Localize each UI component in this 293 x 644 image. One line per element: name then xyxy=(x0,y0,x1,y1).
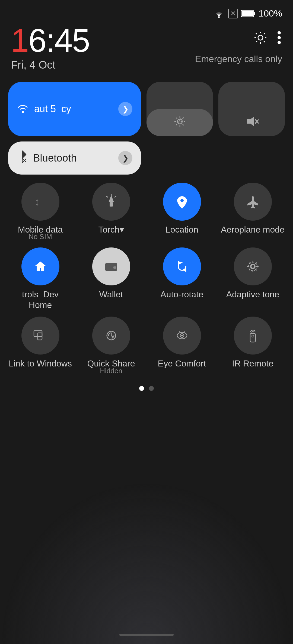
eye-comfort-icon-circle xyxy=(163,317,201,355)
svg-line-38 xyxy=(179,331,180,332)
page-indicators xyxy=(8,386,285,391)
tiles-grid: ↕ Mobile data No SIM Torch▾ xyxy=(8,183,285,375)
svg-point-41 xyxy=(252,335,254,337)
quick-share-tile[interactable]: Quick Share Hidden xyxy=(79,317,143,375)
eye-comfort-tile[interactable]: Eye Comfort xyxy=(150,317,214,375)
volume-mute-icon xyxy=(245,115,259,131)
page-dot-2 xyxy=(149,386,154,391)
adaptive-tone-tile[interactable]: Adaptive tone xyxy=(221,247,285,310)
mobile-data-tile[interactable]: ↕ Mobile data No SIM xyxy=(8,183,72,241)
settings-button[interactable] xyxy=(252,30,269,49)
wifi-expand-arrow[interactable]: ❯ xyxy=(118,102,132,116)
svg-marker-26 xyxy=(183,269,186,271)
svg-rect-2 xyxy=(242,11,253,16)
wallet-tile[interactable]: Wallet xyxy=(79,247,143,310)
auto-rotate-tile[interactable]: Auto-rotate xyxy=(150,247,214,310)
svg-marker-15 xyxy=(109,195,114,202)
torch-icon-circle xyxy=(92,183,130,221)
svg-line-17 xyxy=(114,196,116,197)
time-remaining: 6:45 xyxy=(28,22,90,59)
location-icon-circle xyxy=(163,183,201,221)
adaptive-tone-label: Adaptive tone xyxy=(226,289,279,300)
aeroplane-label: Aeroplane mode xyxy=(221,224,285,235)
link-windows-icon-circle xyxy=(21,317,59,355)
hour-digit-1: 1 xyxy=(11,22,28,59)
wifi-network-label: aut 5 cy xyxy=(34,103,113,115)
bluetooth-row: Bluetooth ❯ xyxy=(8,141,285,175)
mobile-data-icon-circle: ↕ xyxy=(21,183,59,221)
svg-point-36 xyxy=(181,335,183,336)
wallet-label: Wallet xyxy=(99,289,123,300)
svg-point-8 xyxy=(22,111,24,113)
brightness-slider[interactable]: A xyxy=(146,82,213,136)
svg-rect-22 xyxy=(105,264,117,266)
bluetooth-expand-arrow[interactable]: ❯ xyxy=(118,151,132,165)
aeroplane-mode-tile[interactable]: Aeroplane mode xyxy=(221,183,285,241)
quick-settings-panel: aut 5 cy ❯ A xyxy=(0,79,293,394)
wallet-icon-circle xyxy=(92,247,130,285)
home-icon-circle xyxy=(21,247,59,285)
volume-slider[interactable] xyxy=(218,82,285,136)
no-sim-icon: ✕ xyxy=(228,9,238,18)
bluetooth-tile[interactable]: Bluetooth ❯ xyxy=(8,141,141,175)
torch-label: Torch▾ xyxy=(98,224,124,235)
status-icons: ✕ 100% xyxy=(213,8,282,19)
emergency-text: Emergency calls only xyxy=(195,54,282,64)
battery-percentage: 100% xyxy=(259,8,282,19)
more-options-button[interactable] xyxy=(276,30,282,49)
svg-rect-3 xyxy=(254,12,255,15)
top-quick-row: aut 5 cy ❯ A xyxy=(8,82,285,136)
location-label: Location xyxy=(165,224,198,235)
clock-display: 16:45 xyxy=(11,24,90,57)
battery-icon xyxy=(241,10,255,17)
bluetooth-label: Bluetooth xyxy=(33,152,113,164)
time-left: 16:45 Fri, 4 Oct xyxy=(11,24,90,71)
svg-point-0 xyxy=(218,16,220,18)
svg-point-20 xyxy=(180,199,184,202)
page-dot-1 xyxy=(139,386,144,391)
wifi-tile[interactable]: aut 5 cy ❯ xyxy=(8,82,141,136)
eye-comfort-label: Eye Comfort xyxy=(158,358,206,369)
mobile-data-label: Mobile data No SIM xyxy=(18,224,63,241)
controls-home-tile[interactable]: trols Dev Home xyxy=(8,247,72,310)
quick-share-label: Quick Share Hidden xyxy=(87,358,135,375)
bluetooth-icon xyxy=(17,150,28,166)
svg-line-39 xyxy=(184,331,185,332)
link-windows-label: Link to Windows xyxy=(9,358,72,369)
svg-rect-23 xyxy=(113,266,116,269)
torch-tile[interactable]: Torch▾ xyxy=(79,183,143,241)
svg-point-4 xyxy=(258,35,263,40)
ir-remote-icon-circle xyxy=(234,317,272,355)
adaptive-tone-icon-circle xyxy=(234,247,272,285)
controls-home-label: trols Dev Home xyxy=(22,289,59,310)
svg-text:↕: ↕ xyxy=(34,196,40,208)
top-buttons xyxy=(252,30,282,49)
svg-rect-14 xyxy=(110,202,113,207)
wifi-tile-icon xyxy=(17,102,29,116)
status-bar: ✕ 100% xyxy=(0,0,293,21)
svg-point-28 xyxy=(251,265,254,268)
svg-marker-10 xyxy=(247,117,254,126)
svg-rect-40 xyxy=(250,333,256,342)
auto-rotate-label: Auto-rotate xyxy=(160,289,203,300)
aeroplane-icon-circle xyxy=(234,183,272,221)
svg-marker-25 xyxy=(178,262,181,264)
link-to-windows-tile[interactable]: Link to Windows xyxy=(8,317,72,375)
svg-point-7 xyxy=(278,41,281,44)
ir-remote-label: IR Remote xyxy=(232,358,273,369)
brightness-auto-icon: A xyxy=(173,115,187,131)
auto-rotate-icon-circle xyxy=(163,247,201,285)
time-right-controls: Emergency calls only xyxy=(195,24,282,64)
quick-share-icon-circle xyxy=(92,317,130,355)
svg-line-18 xyxy=(106,196,108,197)
time-area: 16:45 Fri, 4 Oct Emergency calls only xyxy=(0,21,293,79)
ir-remote-tile[interactable]: IR Remote xyxy=(221,317,285,375)
wifi-icon xyxy=(213,9,225,18)
date-display: Fri, 4 Oct xyxy=(11,59,90,71)
svg-point-5 xyxy=(278,31,281,34)
location-tile[interactable]: Location xyxy=(150,183,214,241)
navigation-bar xyxy=(119,634,174,636)
svg-point-6 xyxy=(278,36,281,39)
